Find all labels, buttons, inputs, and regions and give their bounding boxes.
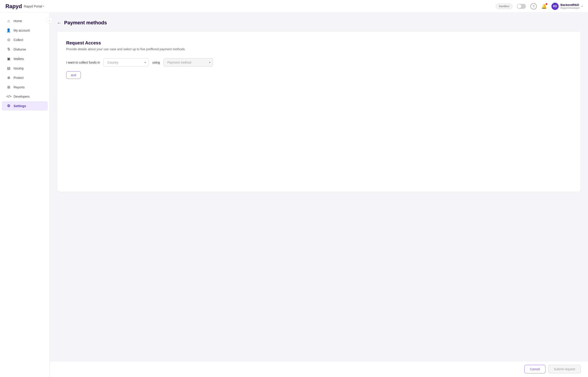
cancel-button[interactable]: Cancel [524, 365, 546, 373]
help-icon: ? [533, 4, 535, 8]
user-menu[interactable]: RD BackendR&D Rapyd Developer ▾ [551, 3, 583, 10]
my-account-icon: 👤 [6, 28, 11, 33]
sidebar-item-wallets[interactable]: ▣Wallets [2, 54, 48, 63]
sidebar-item-collect[interactable]: ⊙Collect [2, 35, 48, 44]
sidebar-collapse-button[interactable]: ‹ [46, 17, 53, 24]
back-button[interactable]: ← [57, 20, 62, 25]
sidebar-item-label-settings: Settings [13, 104, 26, 108]
notification-dot [546, 3, 547, 5]
sidebar-item-settings[interactable]: ⚙Settings [2, 101, 48, 110]
topnav-right: Sandbox ? 🔔 RD BackendR&D Rapyd Develope… [496, 3, 583, 10]
sidebar-item-reports[interactable]: ⊞Reports [2, 82, 48, 92]
user-name: BackendR&D [561, 3, 580, 7]
reports-icon: ⊞ [6, 85, 11, 89]
help-button[interactable]: ? [530, 3, 537, 10]
sidebar-item-label-home: Home [13, 19, 22, 23]
request-access-subtitle: Provide details about your use case and … [66, 47, 572, 51]
toggle-track[interactable] [517, 4, 526, 9]
submit-request-button[interactable]: Submit request [548, 365, 581, 373]
logo[interactable]: Rapyd [5, 3, 22, 10]
sidebar-item-label-collect: Collect [13, 38, 23, 42]
issuing-icon: ▤ [6, 66, 11, 70]
sidebar-item-developers[interactable]: </>Developers [2, 92, 48, 101]
settings-icon: ⚙ [6, 104, 11, 108]
portal-dropdown[interactable]: Rapyd Portal ▾ [24, 4, 44, 8]
wallets-icon: ▣ [6, 57, 11, 61]
funds-form-row: I want to collect funds in Country ▾ usi… [66, 58, 572, 67]
request-access-card: Request Access Provide details about you… [57, 31, 581, 192]
sidebar-item-protect[interactable]: ⊕Protect [2, 73, 48, 82]
sidebar-item-label-developers: Developers [13, 95, 30, 98]
sidebar-item-label-issuing: Issuing [13, 67, 24, 70]
country-select-wrapper: Country ▾ [103, 58, 149, 67]
protect-icon: ⊕ [6, 76, 11, 80]
footer-bar: Cancel Submit request [50, 361, 588, 377]
sidebar-item-disburse[interactable]: ⇅Disburse [2, 45, 48, 54]
avatar: RD [551, 3, 559, 10]
sandbox-badge: Sandbox [496, 4, 512, 9]
collapse-icon: ‹ [49, 19, 50, 22]
top-navigation: Rapyd Rapyd Portal ▾ Sandbox ? 🔔 RD Back… [0, 0, 588, 13]
payment-method-select[interactable]: Payment method [163, 58, 213, 67]
sidebar: ‹ ⌂Home👤My account⊙Collect⇅Disburse▣Wall… [0, 13, 50, 377]
page-title: Payment methods [64, 20, 107, 26]
form-label-using: using [152, 61, 160, 64]
user-subtitle: Rapyd Developer [561, 7, 580, 9]
user-chevron-icon: ▾ [581, 5, 583, 7]
developers-icon: </> [6, 94, 11, 98]
sidebar-item-home[interactable]: ⌂Home [2, 16, 48, 25]
home-icon: ⌂ [6, 19, 11, 23]
layout: ‹ ⌂Home👤My account⊙Collect⇅Disburse▣Wall… [0, 0, 588, 377]
request-access-title: Request Access [66, 40, 572, 46]
disburse-icon: ⇅ [6, 47, 11, 51]
portal-chevron-icon: ▾ [43, 5, 44, 7]
collect-icon: ⊙ [6, 38, 11, 42]
and-button[interactable]: and [66, 71, 81, 79]
form-label-collect: I want to collect funds in [66, 61, 100, 64]
page-header: ← Payment methods [57, 20, 581, 26]
sidebar-item-label-protect: Protect [13, 76, 24, 80]
sidebar-item-label-reports: Reports [13, 85, 25, 89]
sidebar-item-issuing[interactable]: ▤Issuing [2, 64, 48, 73]
sandbox-toggle[interactable] [517, 4, 526, 9]
portal-label: Rapyd Portal [24, 4, 42, 8]
sidebar-item-my-account[interactable]: 👤My account [2, 26, 48, 35]
payment-method-select-wrapper: Payment method ▾ [163, 58, 213, 67]
main-content: ← Payment methods Request Access Provide… [50, 13, 588, 377]
logo-text: Rapyd [5, 3, 22, 10]
sidebar-item-label-disburse: Disburse [13, 47, 26, 51]
sidebar-item-label-wallets: Wallets [13, 57, 24, 61]
sidebar-item-label-my-account: My account [13, 29, 30, 32]
notifications-button[interactable]: 🔔 [541, 4, 547, 9]
toggle-knob [517, 4, 521, 8]
country-select[interactable]: Country [103, 58, 149, 67]
user-details: BackendR&D Rapyd Developer [561, 3, 580, 9]
